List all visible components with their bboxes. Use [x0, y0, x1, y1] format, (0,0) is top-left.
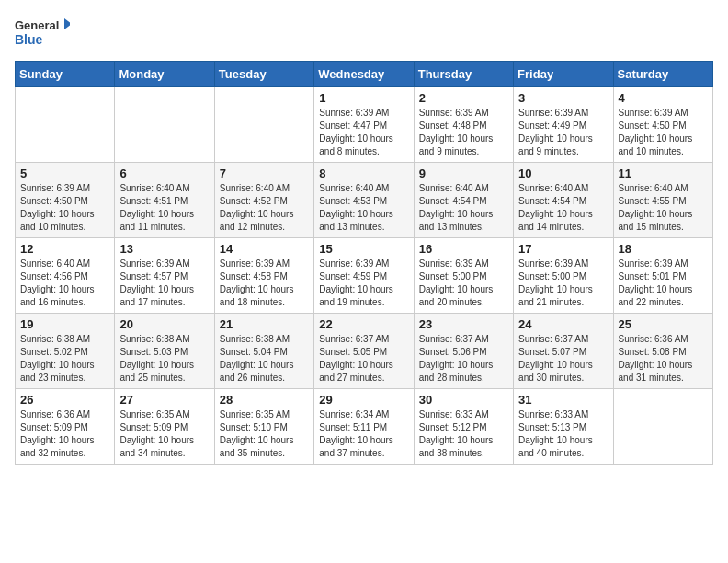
day-info: Sunrise: 6:39 AMSunset: 4:50 PMDaylight:… [619, 107, 708, 158]
day-info: Sunrise: 6:39 AMSunset: 5:01 PMDaylight:… [619, 258, 708, 309]
day-info: Sunrise: 6:40 AMSunset: 4:55 PMDaylight:… [619, 182, 708, 234]
day-number: 14 [220, 242, 309, 256]
day-info: Sunrise: 6:39 AMSunset: 4:50 PMDaylight:… [20, 182, 109, 234]
calendar-table: SundayMondayTuesdayWednesdayThursdayFrid… [15, 61, 713, 465]
calendar-cell: 18Sunrise: 6:39 AMSunset: 5:01 PMDayligh… [613, 238, 712, 314]
calendar-cell: 11Sunrise: 6:40 AMSunset: 4:55 PMDayligh… [613, 163, 712, 238]
svg-text:Blue: Blue [15, 32, 43, 47]
day-number: 27 [119, 393, 209, 407]
weekday-header: Tuesday [214, 62, 313, 87]
day-info: Sunrise: 6:33 AMSunset: 5:12 PMDaylight:… [419, 408, 508, 460]
day-info: Sunrise: 6:39 AMSunset: 4:58 PMDaylight:… [220, 258, 309, 309]
day-info: Sunrise: 6:39 AMSunset: 5:00 PMDaylight:… [419, 258, 508, 309]
weekday-header: Wednesday [314, 62, 414, 87]
day-number: 19 [20, 317, 109, 331]
calendar-cell: 20Sunrise: 6:38 AMSunset: 5:03 PMDayligh… [115, 314, 214, 389]
calendar-cell: 9Sunrise: 6:40 AMSunset: 4:54 PMDaylight… [414, 163, 513, 238]
calendar-cell: 12Sunrise: 6:40 AMSunset: 4:56 PMDayligh… [16, 238, 115, 314]
day-number: 17 [518, 242, 608, 256]
calendar-cell: 4Sunrise: 6:39 AMSunset: 4:50 PMDaylight… [613, 87, 712, 163]
calendar-cell: 29Sunrise: 6:34 AMSunset: 5:11 PMDayligh… [314, 389, 414, 465]
logo-svg: General Blue [15, 15, 70, 52]
weekday-header: Saturday [613, 62, 712, 87]
weekday-header: Friday [514, 62, 613, 87]
calendar-week-row: 5Sunrise: 6:39 AMSunset: 4:50 PMDaylight… [16, 163, 713, 238]
day-info: Sunrise: 6:38 AMSunset: 5:03 PMDaylight:… [119, 333, 209, 385]
day-info: Sunrise: 6:38 AMSunset: 5:02 PMDaylight:… [20, 333, 109, 385]
calendar-cell: 30Sunrise: 6:33 AMSunset: 5:12 PMDayligh… [414, 389, 513, 465]
calendar-cell: 25Sunrise: 6:36 AMSunset: 5:08 PMDayligh… [613, 314, 712, 389]
calendar-cell: 24Sunrise: 6:37 AMSunset: 5:07 PMDayligh… [514, 314, 613, 389]
calendar-week-row: 26Sunrise: 6:36 AMSunset: 5:09 PMDayligh… [16, 389, 713, 465]
calendar-cell: 5Sunrise: 6:39 AMSunset: 4:50 PMDaylight… [16, 163, 115, 238]
calendar-cell [613, 389, 712, 465]
day-number: 29 [319, 393, 408, 407]
day-number: 18 [619, 242, 708, 256]
calendar-cell: 19Sunrise: 6:38 AMSunset: 5:02 PMDayligh… [16, 314, 115, 389]
day-info: Sunrise: 6:39 AMSunset: 4:59 PMDaylight:… [319, 258, 408, 309]
calendar-cell: 28Sunrise: 6:35 AMSunset: 5:10 PMDayligh… [214, 389, 313, 465]
day-number: 20 [119, 317, 209, 331]
day-number: 28 [220, 393, 309, 407]
calendar-cell: 2Sunrise: 6:39 AMSunset: 4:48 PMDaylight… [414, 87, 513, 163]
day-number: 23 [419, 317, 508, 331]
day-info: Sunrise: 6:37 AMSunset: 5:06 PMDaylight:… [419, 333, 508, 385]
day-info: Sunrise: 6:34 AMSunset: 5:11 PMDaylight:… [319, 408, 408, 460]
day-number: 4 [619, 91, 708, 105]
calendar-week-row: 1Sunrise: 6:39 AMSunset: 4:47 PMDaylight… [16, 87, 713, 163]
day-number: 10 [518, 167, 608, 180]
calendar-cell: 3Sunrise: 6:39 AMSunset: 4:49 PMDaylight… [514, 87, 613, 163]
day-number: 3 [518, 91, 608, 105]
calendar-cell: 1Sunrise: 6:39 AMSunset: 4:47 PMDaylight… [314, 87, 414, 163]
weekday-header: Monday [115, 62, 214, 87]
day-number: 11 [619, 167, 708, 180]
day-info: Sunrise: 6:36 AMSunset: 5:08 PMDaylight:… [619, 333, 708, 385]
calendar-cell: 27Sunrise: 6:35 AMSunset: 5:09 PMDayligh… [115, 389, 214, 465]
calendar-cell: 26Sunrise: 6:36 AMSunset: 5:09 PMDayligh… [16, 389, 115, 465]
calendar-cell [16, 87, 115, 163]
day-info: Sunrise: 6:40 AMSunset: 4:56 PMDaylight:… [20, 258, 109, 309]
calendar-cell [115, 87, 214, 163]
day-info: Sunrise: 6:37 AMSunset: 5:05 PMDaylight:… [319, 333, 408, 385]
day-number: 15 [319, 242, 408, 256]
calendar-week-row: 12Sunrise: 6:40 AMSunset: 4:56 PMDayligh… [16, 238, 713, 314]
calendar-week-row: 19Sunrise: 6:38 AMSunset: 5:02 PMDayligh… [16, 314, 713, 389]
day-number: 16 [419, 242, 508, 256]
day-info: Sunrise: 6:35 AMSunset: 5:10 PMDaylight:… [220, 408, 309, 460]
calendar-cell: 15Sunrise: 6:39 AMSunset: 4:59 PMDayligh… [314, 238, 414, 314]
day-number: 31 [518, 393, 608, 407]
day-number: 26 [20, 393, 109, 407]
day-number: 24 [518, 317, 608, 331]
day-number: 5 [20, 167, 109, 180]
day-info: Sunrise: 6:39 AMSunset: 4:48 PMDaylight:… [419, 107, 508, 158]
day-number: 6 [119, 167, 209, 180]
day-info: Sunrise: 6:39 AMSunset: 4:49 PMDaylight:… [518, 107, 608, 158]
svg-text:General: General [15, 18, 59, 32]
calendar-cell: 21Sunrise: 6:38 AMSunset: 5:04 PMDayligh… [214, 314, 313, 389]
day-info: Sunrise: 6:33 AMSunset: 5:13 PMDaylight:… [518, 408, 608, 460]
calendar-cell: 31Sunrise: 6:33 AMSunset: 5:13 PMDayligh… [514, 389, 613, 465]
weekday-header: Thursday [414, 62, 513, 87]
calendar-cell: 17Sunrise: 6:39 AMSunset: 5:00 PMDayligh… [514, 238, 613, 314]
day-number: 7 [220, 167, 309, 180]
day-info: Sunrise: 6:40 AMSunset: 4:54 PMDaylight:… [419, 182, 508, 234]
calendar-cell: 23Sunrise: 6:37 AMSunset: 5:06 PMDayligh… [414, 314, 513, 389]
day-number: 12 [20, 242, 109, 256]
logo: General Blue [15, 15, 70, 52]
day-info: Sunrise: 6:36 AMSunset: 5:09 PMDaylight:… [20, 408, 109, 460]
day-info: Sunrise: 6:37 AMSunset: 5:07 PMDaylight:… [518, 333, 608, 385]
svg-marker-2 [64, 18, 70, 29]
day-info: Sunrise: 6:40 AMSunset: 4:53 PMDaylight:… [319, 182, 408, 234]
calendar-cell: 22Sunrise: 6:37 AMSunset: 5:05 PMDayligh… [314, 314, 414, 389]
page-header: General Blue [15, 15, 713, 52]
day-info: Sunrise: 6:35 AMSunset: 5:09 PMDaylight:… [119, 408, 209, 460]
calendar-cell: 6Sunrise: 6:40 AMSunset: 4:51 PMDaylight… [115, 163, 214, 238]
calendar-cell: 14Sunrise: 6:39 AMSunset: 4:58 PMDayligh… [214, 238, 313, 314]
day-number: 21 [220, 317, 309, 331]
weekday-header: Sunday [16, 62, 115, 87]
day-number: 30 [419, 393, 508, 407]
calendar-cell [214, 87, 313, 163]
day-info: Sunrise: 6:39 AMSunset: 4:47 PMDaylight:… [319, 107, 408, 158]
day-number: 13 [119, 242, 209, 256]
weekday-header-row: SundayMondayTuesdayWednesdayThursdayFrid… [16, 62, 713, 87]
